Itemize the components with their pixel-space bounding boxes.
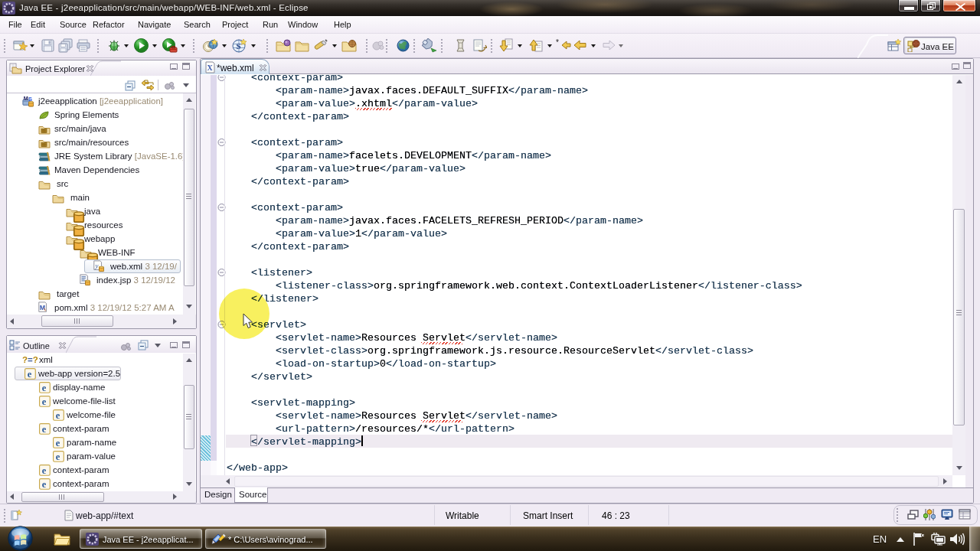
svg-text:S: S bbox=[237, 41, 241, 51]
svg-text:*: * bbox=[556, 39, 559, 47]
